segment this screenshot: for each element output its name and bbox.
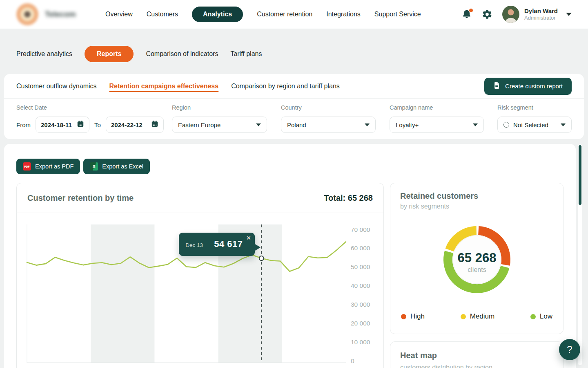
date-to-value: 2024-22-12: [111, 121, 143, 128]
tooltip-arrow: [254, 244, 261, 251]
nav-item-support-service[interactable]: Support Service: [374, 11, 421, 18]
tab-tariff-plans[interactable]: Tariff plans: [230, 50, 262, 58]
heat-map-subtitle: customers distribution by region: [400, 364, 553, 368]
svg-text:70 000: 70 000: [351, 226, 370, 233]
nav-item-customers[interactable]: Customers: [147, 11, 178, 18]
svg-text:20 000: 20 000: [351, 320, 370, 327]
filters-bar: Select Date From 2024-18-11 To 2024-22-1…: [4, 99, 584, 139]
user-meta: Dylan Ward Administrator: [524, 7, 558, 22]
heat-map-title: Heat map: [400, 351, 553, 360]
report-controls-card: Customer outflow dynamics Retention camp…: [4, 74, 584, 139]
date-to-input[interactable]: 2024-22-12: [106, 117, 164, 133]
create-custom-report-button[interactable]: Create custom report: [484, 78, 572, 95]
svg-text:clients: clients: [468, 266, 486, 273]
region-label: Region: [172, 104, 191, 111]
tab-reports[interactable]: Reports: [85, 46, 134, 62]
svg-text:40 000: 40 000: [351, 282, 370, 289]
chevron-down-icon: [473, 123, 478, 126]
region-select[interactable]: Eastern Europe: [172, 117, 267, 133]
user-name: Dylan Ward: [524, 7, 558, 15]
report-tab-customer-outflow[interactable]: Customer outflow dynamics: [16, 83, 97, 90]
settings-button[interactable]: [482, 9, 492, 20]
svg-text:10 000: 10 000: [351, 339, 370, 346]
legend-item-medium: Medium: [461, 312, 494, 321]
document-icon: [493, 81, 500, 91]
notifications-button[interactable]: [461, 9, 472, 20]
country-select[interactable]: Poland: [281, 117, 376, 133]
tooltip-date: Dec 13: [185, 242, 203, 248]
donut-chart-svg: 65 268clients: [440, 223, 514, 296]
top-actions: Dylan Ward Administrator: [461, 6, 572, 23]
date-from-input[interactable]: 2024-18-11: [36, 117, 89, 133]
svg-text:0: 0: [351, 357, 354, 364]
user-profile-menu[interactable]: Dylan Ward Administrator: [502, 6, 572, 23]
export-excel-label: Export as Excel: [102, 163, 143, 170]
export-pdf-label: Export as PDF: [35, 163, 74, 170]
main-nav: Overview Customers Analytics Customer re…: [105, 7, 421, 22]
app-screen: Telecom Overview Customers Analytics Cus…: [0, 0, 588, 368]
scrollbar-track[interactable]: [578, 144, 582, 365]
retention-line-chart-card: Customer retention by time Total: 65 268…: [16, 183, 384, 368]
chevron-down-icon: [365, 123, 370, 126]
donut-card-title: Retained customers: [400, 191, 553, 201]
brand: Telecom: [16, 3, 98, 25]
from-label: From: [16, 121, 31, 128]
to-label: To: [94, 121, 101, 128]
legend-item-low: Low: [530, 312, 552, 321]
heat-map-card: Heat map customers distribution by regio…: [390, 341, 564, 368]
risk-segment-select[interactable]: Not Selected: [497, 117, 572, 133]
create-custom-report-label: Create custom report: [505, 83, 563, 90]
nav-item-analytics[interactable]: Analytics: [192, 7, 243, 22]
line-chart-plot[interactable]: 70 00060 00050 00040 00030 00020 00010 0…: [17, 224, 384, 368]
donut-legend: High Medium Low: [390, 312, 563, 321]
donut-card-subtitle: by risk segments: [400, 203, 553, 210]
bell-icon: [461, 14, 472, 21]
report-tabs: Customer outflow dynamics Retention camp…: [4, 74, 584, 99]
tooltip-value: 54 617: [214, 239, 243, 249]
chart-tooltip: Dec 13 54 617 ×: [179, 233, 255, 256]
avatar: [502, 6, 519, 23]
legend-label-high: High: [410, 312, 425, 321]
risk-donut-chart[interactable]: 65 268clients: [440, 223, 514, 296]
campaign-name-label: Campaign name: [390, 104, 433, 111]
svg-text:50 000: 50 000: [351, 263, 370, 270]
export-buttons: PDF Export as PDF X Export as Excel: [16, 159, 150, 174]
radio-circle-icon: [503, 122, 509, 128]
report-tab-retention-campaigns[interactable]: Retention campaigns effectiveness: [109, 83, 219, 90]
medium-dot-icon: [461, 314, 466, 319]
brand-name: Telecom: [45, 10, 76, 19]
campaign-value: Loyalty+: [396, 121, 419, 128]
export-excel-button[interactable]: X Export as Excel: [83, 159, 150, 174]
date-from-value: 2024-18-11: [41, 121, 72, 128]
report-content-card: PDF Export as PDF X Export as Excel Cust…: [4, 144, 576, 368]
nav-item-integrations[interactable]: Integrations: [326, 11, 361, 18]
nav-item-overview[interactable]: Overview: [105, 11, 133, 18]
retained-customers-card: Retained customers by risk segments 65 2…: [390, 183, 564, 334]
campaign-select[interactable]: Loyalty+: [390, 117, 484, 133]
risk-segment-label: Risk segment: [497, 104, 533, 111]
tooltip-close-icon[interactable]: ×: [246, 233, 251, 243]
brand-logo-icon: [16, 3, 38, 25]
export-pdf-button[interactable]: PDF Export as PDF: [16, 159, 80, 174]
svg-text:30 000: 30 000: [351, 301, 370, 308]
high-dot-icon: [401, 314, 406, 319]
chevron-down-icon: [561, 123, 566, 126]
calendar-icon: [77, 120, 84, 129]
legend-label-low: Low: [540, 312, 552, 321]
select-date-label: Select Date: [16, 104, 47, 111]
user-role: Administrator: [524, 15, 558, 21]
scrollbar-thumb[interactable]: [579, 145, 581, 205]
report-tab-comparison-region[interactable]: Comparison by region and tariff plans: [231, 83, 340, 90]
donut-card-header: Retained customers by risk segments: [390, 183, 563, 217]
nav-item-customer-retention[interactable]: Customer retention: [257, 11, 312, 18]
risk-segment-value: Not Selected: [513, 121, 548, 128]
svg-text:60 000: 60 000: [351, 245, 370, 251]
chevron-down-icon: [566, 13, 572, 16]
help-button[interactable]: ?: [559, 339, 580, 360]
country-label: Country: [281, 104, 302, 111]
tab-predictive-analytics[interactable]: Predictive analytics: [16, 50, 72, 58]
tab-comparison-of-indicators[interactable]: Comparison of indicators: [146, 50, 218, 58]
legend-item-high: High: [401, 312, 425, 321]
region-value: Eastern Europe: [178, 121, 220, 128]
gear-icon: [482, 14, 492, 21]
